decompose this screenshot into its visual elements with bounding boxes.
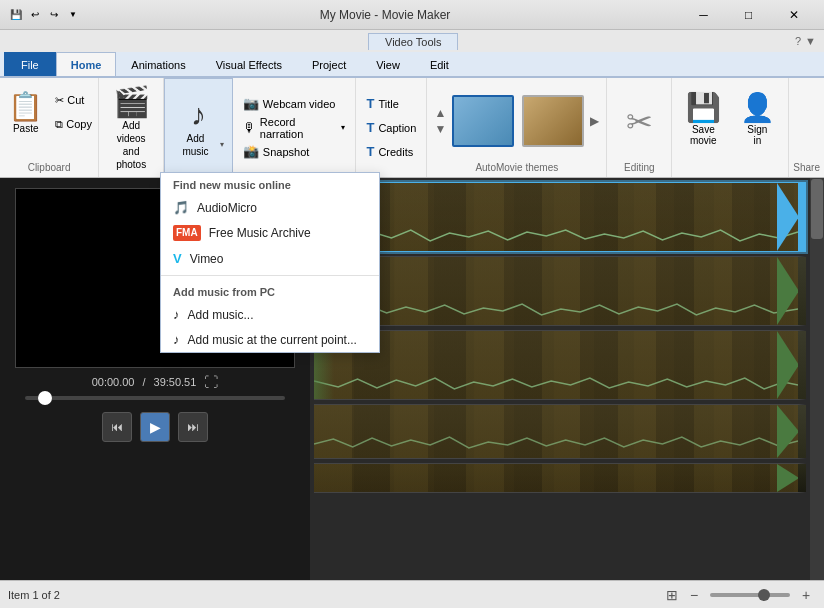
quick-access-toolbar[interactable]: 💾 ↩ ↪ ▼ [8,7,81,23]
title-bar: 💾 ↩ ↪ ▼ My Movie - Movie Maker ─ □ ✕ [0,0,824,30]
undo-icon[interactable]: ↩ [27,7,43,23]
save-movie-icon: 💾 [686,91,721,124]
window-controls[interactable]: ─ □ ✕ [681,0,816,30]
paste-button[interactable]: 📋 Paste [2,82,49,142]
zoom-slider[interactable] [710,593,790,597]
carousel-up-icon[interactable]: ▲ [434,106,446,120]
theme-item-2[interactable] [522,95,584,147]
play-button[interactable]: ▶ [140,412,170,442]
timeline-track-3[interactable] [314,330,806,400]
editing-icon: ✂ [626,103,653,141]
add-music-button[interactable]: ♪ Add music ▾ [164,78,233,177]
zoom-minus-button[interactable]: − [684,585,704,605]
tab-edit[interactable]: Edit [415,52,464,76]
sign-in-button[interactable]: 👤 Signin [732,82,782,154]
ribbon-help[interactable]: ? ▼ [795,35,816,47]
status-bar-right: ⊞ − + [666,585,816,605]
credits-icon: T [366,144,374,159]
tab-home[interactable]: Home [56,52,117,76]
close-button[interactable]: ✕ [771,0,816,30]
storyboard-scrollbar[interactable] [810,178,824,580]
add-videos-icon: 🎬 [113,84,150,119]
scrollbar-thumb[interactable] [811,179,823,239]
title-icon: T [366,96,374,111]
ribbon-tab-bar: File Home Animations Visual Effects Proj… [0,52,824,78]
paste-icon: 📋 [8,90,43,123]
dropdown-section-pc: Add music from PC [161,280,379,302]
timeline-track-2[interactable] [314,256,806,326]
save-movie-button[interactable]: 💾 Savemovie [678,82,728,154]
vimeo-item[interactable]: V Vimeo [161,246,379,271]
free-music-archive-item[interactable]: FMA Free Music Archive [161,220,379,246]
tab-visual-effects[interactable]: Visual Effects [201,52,297,76]
copy-icon: ⧉ [55,118,63,131]
playback-controls: ⏮ ▶ ⏭ [102,412,208,442]
cut-button[interactable]: ✂ Cut [51,89,96,111]
maximize-button[interactable]: □ [726,0,771,30]
add-music-list-icon: ♪ [173,307,180,322]
editing-group-label: Editing [624,162,655,173]
minimize-button[interactable]: ─ [681,0,726,30]
vimeo-icon: V [173,251,182,266]
storyboard-view-icon[interactable]: ⊞ [666,587,678,603]
tab-animations[interactable]: Animations [116,52,200,76]
save-icon[interactable]: 💾 [8,7,24,23]
audiomicro-item[interactable]: 🎵 AudioMicro [161,195,379,220]
share-group-label: Share [793,162,820,173]
status-bar: Item 1 of 2 ⊞ − + [0,580,824,608]
caption-button[interactable]: T Caption [362,117,420,139]
dropdown-arrow-icon[interactable]: ▼ [65,7,81,23]
add-music-item[interactable]: ♪ Add music... [161,302,379,327]
audiomicro-icon: 🎵 [173,200,189,215]
add-music-current-point-item[interactable]: ♪ Add music at the current point... [161,327,379,352]
add-videos-label: Add videosand photos [107,119,155,171]
timeline-track-4[interactable] [314,404,806,459]
add-music-dropdown-arrow: ▾ [220,140,224,149]
dropdown-section-online: Find new music online [161,173,379,195]
tab-file[interactable]: File [4,52,56,76]
title-button[interactable]: T Title [362,93,420,115]
next-frame-button[interactable]: ⏭ [178,412,208,442]
collapse-arrow-icon[interactable]: ▼ [805,35,816,47]
current-time: 00:00.00 [92,376,135,388]
storyboard-container [310,178,824,580]
timeline-slider[interactable] [25,396,285,400]
tab-view[interactable]: View [361,52,415,76]
free-music-icon: FMA [173,225,201,241]
paste-label: Paste [13,123,39,134]
carousel-more-icon[interactable]: ▶ [590,114,599,128]
snapshot-button[interactable]: 📸 Snapshot [239,141,350,163]
redo-icon[interactable]: ↪ [46,7,62,23]
add-music-label: Add music [173,132,218,158]
video-tools-tab[interactable]: Video Tools [368,33,458,50]
record-narration-button[interactable]: 🎙 Record narration ▾ [239,117,350,139]
copy-button[interactable]: ⧉ Copy [51,113,96,135]
cut-icon: ✂ [55,94,64,107]
credits-button[interactable]: T Credits [362,141,420,163]
theme-item-1[interactable] [452,95,514,147]
tab-project[interactable]: Project [297,52,361,76]
storyboard [310,178,810,580]
window-title: My Movie - Movie Maker [89,8,681,22]
add-videos-button[interactable]: 🎬 Add videosand photos [99,78,164,177]
sign-in-label: Signin [747,124,767,146]
help-icon[interactable]: ? [795,35,801,47]
carousel-down-icon[interactable]: ▼ [434,122,446,136]
video-tools-bar: Video Tools ? ▼ [0,30,824,52]
zoom-plus-button[interactable]: + [796,585,816,605]
status-item-count: Item 1 of 2 [8,589,60,601]
save-movie-label: Savemovie [690,124,717,146]
microphone-icon: 🎙 [243,120,256,135]
add-music-current-icon: ♪ [173,332,180,347]
timeline-track-5[interactable] [314,463,806,493]
timeline-track-1[interactable] [314,182,806,252]
total-time: 39:50.51 [154,376,197,388]
automovie-group-label: AutoMovie themes [475,162,558,173]
snapshot-icon: 📸 [243,144,259,159]
add-music-dropdown: Find new music online 🎵 AudioMicro FMA F… [160,172,380,353]
rewind-button[interactable]: ⏮ [102,412,132,442]
caption-icon: T [366,120,374,135]
webcam-video-button[interactable]: 📷 Webcam video [239,93,350,115]
add-music-icon: ♪ [191,98,206,132]
expand-icon[interactable]: ⛶ [204,374,218,390]
